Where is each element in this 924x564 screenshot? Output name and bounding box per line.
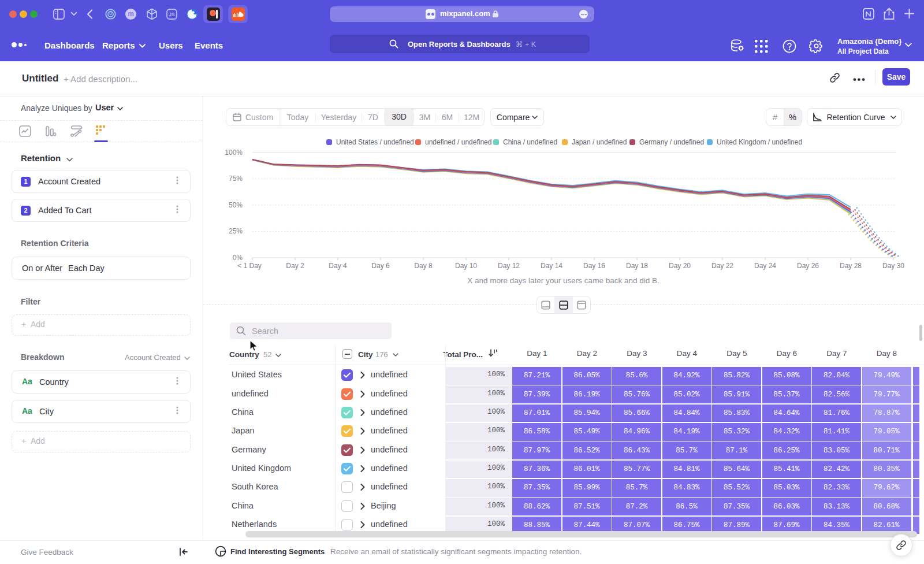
svg-text:Day 8: Day 8 xyxy=(414,262,433,270)
svg-text:75%: 75% xyxy=(229,175,243,183)
svg-text:Day 4: Day 4 xyxy=(329,262,347,270)
svg-text:Day 28: Day 28 xyxy=(840,262,862,270)
svg-text:25%: 25% xyxy=(229,227,243,235)
svg-text:Day 22: Day 22 xyxy=(711,262,733,270)
svg-text:Day 2: Day 2 xyxy=(286,262,304,270)
svg-text:Day 16: Day 16 xyxy=(583,262,605,270)
svg-text:JS: JS xyxy=(169,12,175,17)
svg-text:< 1 Day: < 1 Day xyxy=(237,262,262,270)
svg-text:Day 26: Day 26 xyxy=(797,262,819,270)
svg-text:0%: 0% xyxy=(233,254,243,262)
svg-text:Day 14: Day 14 xyxy=(541,262,562,270)
svg-text:Day 20: Day 20 xyxy=(669,262,691,270)
svg-text:Day 18: Day 18 xyxy=(626,262,648,270)
svg-text:100%: 100% xyxy=(225,149,243,157)
svg-text:Day 12: Day 12 xyxy=(498,262,520,270)
svg-text:50%: 50% xyxy=(229,201,243,209)
svg-text:Day 10: Day 10 xyxy=(455,262,477,270)
svg-text:Day 30: Day 30 xyxy=(882,262,904,270)
svg-text:Day 24: Day 24 xyxy=(754,262,776,270)
svg-text:Day 6: Day 6 xyxy=(371,262,390,270)
